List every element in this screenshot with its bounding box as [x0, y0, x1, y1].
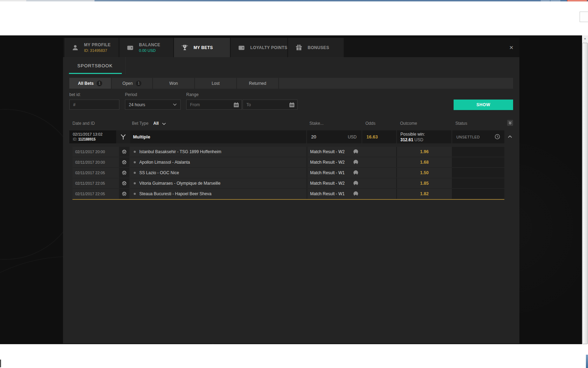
tab-balance[interactable]: BALANCE 0.00 USD	[119, 38, 173, 57]
window-edge-fragment	[586, 355, 588, 368]
sportsbook-active-underline	[69, 73, 122, 74]
selection-date-cell: 02/11/2017 22:05	[72, 178, 119, 188]
sport-icon-cell	[119, 189, 130, 199]
selection-date: 02/11/2017 20:00	[75, 150, 105, 154]
col-status: Status	[455, 121, 467, 126]
bet-id: ID: 112188915	[73, 137, 116, 141]
gift-icon	[295, 44, 303, 52]
range-label: Range	[186, 92, 198, 97]
bet-type-dropdown[interactable]: All	[153, 121, 159, 126]
selection-event-cell: SS Lazio - OGC Nice	[130, 168, 307, 178]
selection-market-cell: Match Result - W2	[307, 178, 396, 188]
bet-selection-row[interactable]: 02/11/2017 22:05 SS Lazio - OGC Nice Mat…	[72, 168, 504, 178]
show-button[interactable]: SHOW	[454, 100, 513, 110]
sportsbook-label: SPORTSBOOK	[77, 63, 113, 68]
col-stake: Stake...	[309, 121, 324, 126]
card-icon	[238, 44, 245, 52]
filter-tab-all-bets[interactable]: All Bets 1	[69, 78, 111, 89]
tab-my-profile[interactable]: MY PROFILE ID: 31495837	[64, 38, 119, 57]
collapse-all-icon[interactable]	[507, 120, 513, 126]
filter-tab-open[interactable]: Open 1	[112, 78, 152, 89]
selection-market-cell: Match Result - W1	[307, 168, 396, 178]
selection-date: 02/11/2017 20:00	[75, 160, 105, 164]
period-select[interactable]: 24 hours	[125, 100, 181, 110]
tab-label: MY PROFILE	[84, 42, 111, 47]
tab-my-bets[interactable]: MY BETS	[174, 38, 230, 57]
user-icon	[71, 44, 79, 52]
soccer-ball-icon	[121, 191, 127, 197]
clock-icon	[495, 134, 500, 139]
selection-odds-cell: 1.50	[396, 168, 452, 178]
bullet-icon	[134, 161, 136, 163]
stake-currency: USD	[348, 135, 357, 139]
bet-date: 02/11/2017 13:02	[73, 132, 116, 136]
bet-selection-row[interactable]: 02/11/2017 20:00 Apollon Limassol - Atal…	[72, 157, 504, 167]
filter-tab-returned[interactable]: Returned	[237, 78, 278, 89]
bullet-icon	[134, 172, 136, 174]
odds-value: 16.63	[366, 134, 378, 139]
filter-tab-won[interactable]: Won	[153, 78, 194, 89]
sport-icon-cell	[119, 157, 130, 167]
chevron-up-icon[interactable]	[507, 134, 513, 140]
market-name: Match Result - W2	[310, 149, 345, 154]
selection-odds-cell: 1.82	[396, 189, 452, 199]
market-name: Match Result - W1	[310, 170, 345, 175]
scrollbar-thumb[interactable]	[582, 43, 588, 344]
filter-count-badge: 1	[136, 81, 141, 86]
filter-tab-lost[interactable]: Lost	[195, 78, 236, 89]
calendar-icon[interactable]	[289, 102, 295, 108]
range-from-field	[186, 100, 242, 110]
bet-selection-row[interactable]: 02/11/2017 22:05 Vitoria Guimaraes - Oly…	[72, 178, 504, 188]
chevron-down-icon[interactable]	[162, 123, 166, 125]
browser-chrome-box	[580, 12, 588, 22]
selection-status-cell	[452, 168, 504, 178]
tab-bonuses[interactable]: BONUSES	[288, 38, 344, 57]
selection-event-cell: Apollon Limassol - Atalanta	[130, 157, 307, 167]
bet-summary-row[interactable]: 02/11/2017 13:02 ID: 112188915 Multiple …	[69, 130, 504, 143]
scrollbar-up-arrow[interactable]: ▲	[582, 35, 588, 42]
bet-id-input[interactable]	[69, 100, 119, 110]
event-name[interactable]: Vitoria Guimaraes - Olympique de Marseil…	[139, 181, 220, 186]
event-name[interactable]: Apollon Limassol - Atalanta	[139, 160, 190, 165]
period-value: 24 hours	[129, 102, 145, 107]
selection-date: 02/11/2017 22:05	[75, 171, 105, 175]
event-name[interactable]: Steaua Bucuresti - Hapoel Beer Sheva	[139, 191, 211, 196]
filter-tab-label: Open	[122, 81, 133, 86]
selection-status-cell	[452, 157, 504, 167]
tab-label: BONUSES	[308, 45, 329, 50]
selection-event-cell: Vitoria Guimaraes - Olympique de Marseil…	[130, 178, 307, 188]
selection-odds: 1.96	[420, 149, 428, 154]
tab-sportsbook[interactable]: SPORTSBOOK	[65, 57, 125, 74]
tab-label: BALANCE	[139, 42, 160, 47]
filter-bar-filler	[279, 78, 513, 89]
selection-market-cell: Match Result - W1	[307, 189, 396, 199]
selection-market-cell: Match Result - W2	[307, 157, 396, 167]
bet-selection-row[interactable]: 02/11/2017 20:00 Istanbul Basaksehir - T…	[72, 147, 504, 157]
selection-date-cell: 02/11/2017 22:05	[72, 189, 119, 199]
bet-selection-row[interactable]: 02/11/2017 22:05 Steaua Bucuresti - Hapo…	[72, 189, 504, 199]
soccer-ball-icon	[121, 159, 127, 165]
filter-tab-label: Lost	[212, 81, 220, 86]
tab-loyalty-points[interactable]: LOYALTY POINTS	[231, 38, 287, 57]
soccer-ball-icon	[121, 149, 127, 155]
wallet-icon	[126, 44, 134, 52]
event-name[interactable]: Istanbul Basaksehir - TSG 1899 Hoffenhei…	[139, 149, 221, 154]
selection-odds: 1.68	[420, 160, 428, 165]
selection-date-cell: 02/11/2017 20:00	[72, 147, 119, 157]
event-name[interactable]: SS Lazio - OGC Nice	[139, 170, 179, 175]
selection-market-cell: Match Result - W2	[307, 147, 396, 157]
close-icon[interactable]: ✕	[507, 44, 515, 52]
selection-status-cell	[452, 189, 504, 199]
bet-odds-cell: 16.63	[362, 130, 396, 143]
bet-outcome-cell: Possible win: 312.61 USD	[396, 130, 451, 143]
col-date-and-id: Date and ID	[72, 121, 95, 126]
page-scrollbar[interactable]: ▲	[582, 35, 588, 368]
bet-date-cell: 02/11/2017 13:02 ID: 112188915	[69, 130, 116, 143]
sport-icon-cell	[119, 168, 130, 178]
calendar-icon[interactable]	[233, 102, 239, 108]
bets-table-header: Date and ID Bet Type All Stake... Odds O…	[63, 120, 519, 129]
multiple-bet-fork-icon	[120, 134, 126, 140]
divider	[125, 57, 126, 74]
bullet-icon	[134, 193, 136, 195]
bet-id-label: bet id:	[69, 92, 81, 97]
